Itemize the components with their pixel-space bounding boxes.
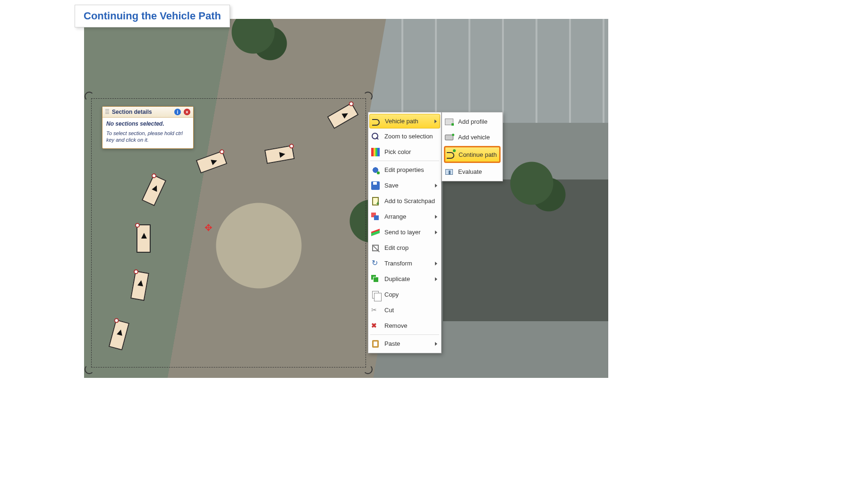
drag-grip-icon[interactable] bbox=[105, 109, 109, 115]
edit-props-icon bbox=[370, 165, 381, 175]
menu-item-transform[interactable]: Transform bbox=[368, 256, 441, 271]
menu-item-send-layer[interactable]: Send to layer bbox=[368, 224, 441, 240]
menu-item-evaluate[interactable]: Evaluate bbox=[442, 164, 502, 179]
vehicle-marker[interactable] bbox=[136, 224, 151, 253]
menu-item-vehicle-path[interactable]: Vehicle path bbox=[369, 114, 440, 128]
menu-item-arrange[interactable]: Arrange bbox=[368, 209, 441, 224]
menu-item-edit-crop[interactable]: Edit crop bbox=[368, 240, 441, 256]
arrange-icon bbox=[370, 212, 381, 222]
submenu-arrow-icon bbox=[435, 231, 437, 234]
menu-item-copy[interactable]: Copy bbox=[368, 287, 441, 302]
continue-path-icon bbox=[446, 149, 455, 160]
submenu-arrow-icon bbox=[435, 215, 437, 219]
menu-item-scratchpad[interactable]: Add to Scratchpad bbox=[368, 193, 441, 209]
menu-item-label: Continue path bbox=[459, 151, 497, 158]
edit-crop-icon bbox=[370, 243, 381, 253]
menu-item-label: Zoom to selection bbox=[384, 133, 437, 140]
menu-item-add-vehicle[interactable]: Add vehicle bbox=[442, 129, 502, 145]
menu-item-label: Cut bbox=[384, 307, 437, 314]
menu-item-add-profile[interactable]: Add profile bbox=[442, 114, 502, 129]
menu-item-label: Add vehicle bbox=[458, 134, 499, 141]
duplicate-icon bbox=[370, 274, 381, 284]
remove-icon bbox=[370, 321, 381, 331]
submenu-arrow-icon bbox=[435, 262, 437, 265]
evaluate-icon bbox=[444, 167, 454, 177]
context-menu[interactable]: Vehicle pathZoom to selectionPick colorE… bbox=[368, 112, 442, 353]
menu-item-label: Vehicle path bbox=[385, 118, 431, 125]
zoom-icon bbox=[370, 131, 381, 142]
menu-item-remove[interactable]: Remove bbox=[368, 318, 441, 333]
vehicle-path-submenu[interactable]: Add profileAdd vehicleContinue pathEvalu… bbox=[442, 112, 503, 181]
menu-item-label: Send to layer bbox=[384, 229, 431, 236]
menu-item-cut[interactable]: Cut bbox=[368, 302, 441, 318]
menu-item-label: Remove bbox=[384, 322, 437, 329]
menu-item-edit-props[interactable]: Edit properties bbox=[368, 162, 441, 178]
menu-item-label: Copy bbox=[384, 291, 437, 298]
vehicle-path-icon bbox=[371, 116, 381, 127]
menu-item-pick-color[interactable]: Pick color bbox=[368, 144, 441, 160]
cut-icon bbox=[370, 305, 381, 316]
save-icon bbox=[370, 180, 381, 191]
transform-icon bbox=[370, 258, 381, 269]
menu-item-label: Duplicate bbox=[384, 275, 431, 282]
panel-title: Section details bbox=[112, 109, 152, 115]
section-details-panel[interactable]: Section details i × No sections selected… bbox=[102, 106, 194, 149]
menu-item-label: Paste bbox=[384, 340, 431, 347]
tree-decoration bbox=[509, 161, 566, 217]
no-selection-text: No sections selected. bbox=[106, 120, 189, 127]
menu-item-continue-path[interactable]: Continue path bbox=[444, 146, 501, 163]
panel-header[interactable]: Section details i × bbox=[102, 107, 193, 118]
send-layer-icon bbox=[370, 227, 381, 238]
menu-item-paste[interactable]: Paste bbox=[368, 336, 441, 351]
tree-decoration bbox=[230, 19, 287, 66]
add-profile-icon bbox=[444, 117, 454, 127]
menu-item-duplicate[interactable]: Duplicate bbox=[368, 271, 441, 287]
menu-item-label: Evaluate bbox=[458, 168, 499, 175]
selection-hint: To select section, please hold ctrl key … bbox=[106, 130, 189, 144]
pick-color-icon bbox=[370, 147, 381, 157]
menu-item-label: Transform bbox=[384, 260, 431, 267]
menu-item-label: Add profile bbox=[458, 118, 499, 125]
submenu-arrow-icon bbox=[434, 120, 437, 123]
paste-icon bbox=[370, 339, 381, 349]
menu-item-label: Edit properties bbox=[384, 166, 437, 173]
add-vehicle-icon bbox=[444, 132, 454, 143]
menu-item-label: Arrange bbox=[384, 213, 431, 220]
path-node[interactable] bbox=[135, 223, 140, 228]
scratchpad-icon bbox=[370, 196, 381, 206]
panel-body: No sections selected. To select section,… bbox=[102, 118, 193, 148]
submenu-arrow-icon bbox=[435, 342, 437, 346]
menu-item-label: Pick color bbox=[384, 148, 437, 155]
menu-item-label: Add to Scratchpad bbox=[384, 197, 437, 205]
menu-item-zoom[interactable]: Zoom to selection bbox=[368, 128, 441, 144]
copy-icon bbox=[370, 290, 381, 300]
submenu-arrow-icon bbox=[435, 184, 437, 188]
map-canvas[interactable]: Section details i × No sections selected… bbox=[84, 19, 608, 378]
info-icon[interactable]: i bbox=[174, 109, 181, 115]
menu-item-label: Save bbox=[384, 182, 431, 189]
menu-item-label: Edit crop bbox=[384, 244, 437, 251]
menu-item-save[interactable]: Save bbox=[368, 178, 441, 193]
page-title: Continuing the Vehicle Path bbox=[75, 5, 230, 27]
menu-separator bbox=[370, 161, 439, 161]
close-icon[interactable]: × bbox=[184, 109, 190, 115]
path-node[interactable] bbox=[133, 269, 139, 274]
submenu-arrow-icon bbox=[435, 277, 437, 281]
menu-separator bbox=[370, 334, 439, 335]
